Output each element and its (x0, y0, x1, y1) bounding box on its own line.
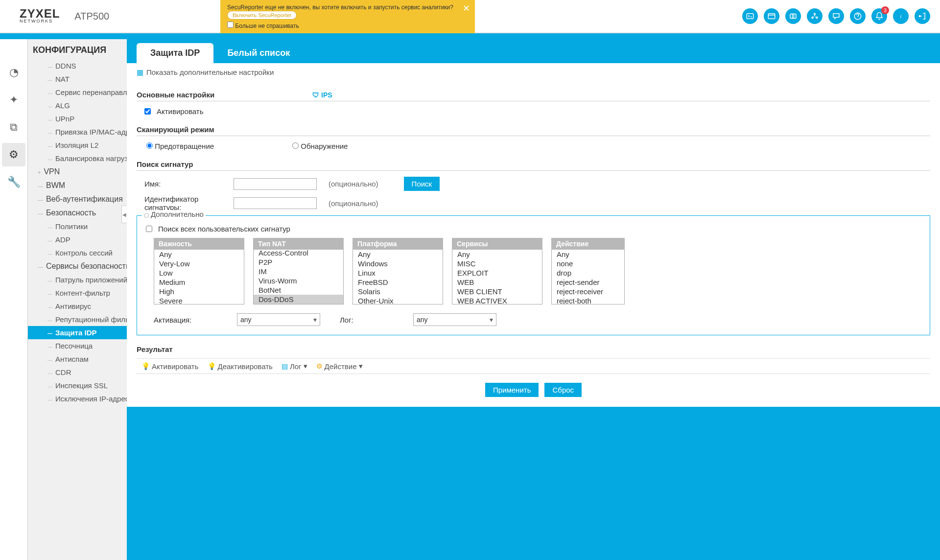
tab-whitelist[interactable]: Белый список (213, 43, 304, 63)
sidebar-item[interactable]: VPN (28, 165, 127, 179)
sigid-input[interactable] (234, 197, 317, 209)
tool-action[interactable]: ⚙Действие▾ (316, 362, 363, 371)
sidebar-item[interactable]: Исключения IP-адресов (28, 392, 127, 405)
cli-icon[interactable] (742, 8, 758, 24)
tool-activate[interactable]: 💡Активировать (141, 362, 199, 371)
list-option[interactable]: Windows (353, 259, 443, 268)
services-list: Сервисы AnyMISCEXPLOITWEBWEB CLIENTWEB A… (452, 238, 542, 304)
list-option[interactable]: Medium (154, 278, 244, 287)
collapse-sidebar-button[interactable]: ◀ (121, 206, 127, 223)
list-option[interactable]: WEB (452, 278, 542, 287)
list-option[interactable]: Solaris (353, 287, 443, 296)
sidebar-item[interactable]: Песочница (28, 339, 127, 352)
advanced-box: Дополнительно Поиск всех пользовательски… (137, 215, 930, 335)
nat-type-list: Тип NAT Access-ControlP2PIMVirus-WormBot… (253, 238, 344, 304)
sidebar-item[interactable]: Политики (28, 220, 127, 233)
list-option[interactable]: none (552, 259, 624, 268)
list-option[interactable]: Other-Unix (353, 296, 443, 304)
web-icon[interactable] (764, 8, 779, 24)
banner-text: SecuReporter еще не включен, вы хотите в… (227, 4, 453, 11)
enable-secureporter-button[interactable]: Включить SecuReporter (227, 11, 297, 20)
radio-detect-wrap[interactable]: Обнаружение (292, 142, 348, 150)
search-all-checkbox[interactable] (146, 226, 152, 232)
sidebar-item[interactable]: Защита IDP (28, 326, 127, 339)
sidebar-item[interactable]: BWM (28, 179, 127, 192)
list-option[interactable]: WEB CLIENT (452, 287, 542, 296)
model-name: ATP500 (74, 11, 109, 22)
sidebar-item[interactable]: Сервисы безопасности (28, 259, 127, 273)
list-option[interactable]: BotNet (254, 285, 343, 295)
sidebar-item[interactable]: ADP (28, 233, 127, 246)
logout-icon[interactable] (915, 8, 930, 24)
sidebar-item[interactable]: ALG (28, 99, 127, 112)
log-dropdown[interactable]: any (413, 313, 496, 326)
sidebar-item[interactable]: Контроль сессий (28, 246, 127, 259)
sidebar-item[interactable]: Антиспам (28, 352, 127, 366)
list-option[interactable]: Access-Control (254, 250, 343, 257)
list-option[interactable]: Any (154, 250, 244, 259)
config-icon[interactable]: ⚙ (2, 143, 25, 166)
maintenance-icon[interactable]: 🔧 (2, 170, 25, 194)
list-option[interactable]: Severe (154, 296, 244, 304)
info-icon[interactable]: i (893, 8, 909, 24)
list-option[interactable]: P2P (254, 257, 343, 267)
chevron-down-icon: ▾ (359, 362, 363, 371)
license-icon[interactable] (785, 8, 801, 24)
list-option[interactable]: EXPLOIT (452, 268, 542, 278)
wizard-icon[interactable]: ✦ (2, 88, 25, 112)
list-option[interactable]: Linux (353, 268, 443, 278)
sidebar-item[interactable]: Веб-аутентификация (28, 192, 127, 206)
sidebar-item[interactable]: Антивирус (28, 300, 127, 313)
reset-button[interactable]: Сброс (544, 383, 582, 397)
help-icon[interactable] (850, 8, 866, 24)
dashboard-icon[interactable]: ◔ (2, 61, 25, 84)
section-basic: Основные настройки (137, 91, 214, 99)
sidebar-item[interactable]: Безопасность (28, 206, 127, 220)
list-option[interactable]: Low (154, 268, 244, 278)
sidebar-item[interactable]: UPnP (28, 112, 127, 125)
list-option[interactable]: Any (452, 250, 542, 259)
show-advanced-link[interactable]: Показать дополнительные настройки (137, 68, 930, 77)
monitor-icon[interactable]: ⧉ (2, 116, 25, 139)
list-option[interactable]: drop (552, 268, 624, 278)
activate-checkbox[interactable] (144, 108, 151, 115)
sidebar-item[interactable]: Сервис перенаправления (28, 86, 127, 99)
notification-icon[interactable] (871, 8, 887, 24)
radio-prevent-wrap[interactable]: Предотвращение (146, 142, 214, 150)
apply-button[interactable]: Применить (485, 383, 539, 397)
dont-ask-checkbox[interactable] (227, 22, 234, 28)
header: ZYXEL NETWORKS ATP500 SecuReporter еще н… (0, 0, 940, 33)
sidebar-item[interactable]: Балансировка нагрузки (28, 152, 127, 165)
tab-idp[interactable]: Защита IDP (137, 43, 213, 63)
sidebar-item[interactable]: Изоляция L2 (28, 139, 127, 152)
list-option[interactable]: High (154, 287, 244, 296)
sidebar-item[interactable]: Инспекция SSL (28, 379, 127, 392)
sidebar-item[interactable]: DDNS (28, 59, 127, 72)
activation-dropdown[interactable]: any (237, 313, 320, 326)
sidebar-item[interactable]: NAT (28, 72, 127, 86)
sidebar-item[interactable]: Привязка IP/MAC-адресов (28, 125, 127, 139)
sidebar-item[interactable]: Патруль приложений (28, 273, 127, 286)
search-button[interactable]: Поиск (404, 177, 440, 191)
list-option[interactable]: Dos-DDoS (254, 295, 343, 304)
list-option[interactable]: reject-both (552, 296, 624, 304)
close-icon[interactable]: ✕ (463, 3, 470, 14)
list-option[interactable]: Any (353, 250, 443, 259)
list-option[interactable]: IM (254, 267, 343, 276)
list-option[interactable]: Any (552, 250, 624, 259)
sidebar-item[interactable]: Репутационный фильтр (28, 313, 127, 326)
list-option[interactable]: Very-Low (154, 259, 244, 268)
name-input[interactable] (234, 178, 317, 190)
site-icon[interactable] (807, 8, 822, 24)
list-option[interactable]: MISC (452, 259, 542, 268)
tool-log[interactable]: ▤Лог▾ (282, 362, 307, 371)
list-option[interactable]: reject-receiver (552, 287, 624, 296)
sidebar-item[interactable]: CDR (28, 366, 127, 379)
chat-icon[interactable] (828, 8, 844, 24)
tool-deactivate[interactable]: 💡Деактивировать (208, 362, 273, 371)
list-option[interactable]: reject-sender (552, 278, 624, 287)
sidebar-item[interactable]: Контент-фильтр (28, 286, 127, 300)
list-option[interactable]: WEB ACTIVEX (452, 296, 542, 304)
list-option[interactable]: FreeBSD (353, 278, 443, 287)
list-option[interactable]: Virus-Worm (254, 276, 343, 285)
